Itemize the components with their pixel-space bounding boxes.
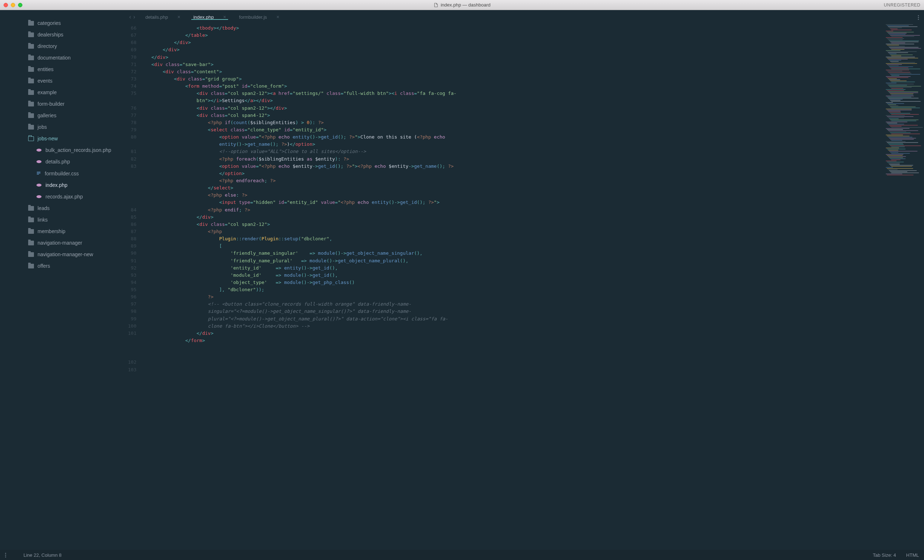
zoom-window-button[interactable]	[18, 3, 22, 7]
tab-index-php[interactable]: index.php×	[187, 14, 233, 20]
sidebar-item-label: leads	[38, 205, 50, 211]
sidebar-item-jobs-new[interactable]: jobs-new	[0, 133, 123, 144]
close-tab-icon[interactable]: ×	[178, 14, 180, 20]
svg-rect-3	[37, 173, 40, 174]
code-content[interactable]: <tbody></tbody> </table> </div> </div> <…	[140, 24, 924, 550]
sidebar-item-navigation-manager-new[interactable]: navigation-manager-new	[0, 249, 123, 260]
titlebar: index.php — dashboard UNREGISTERED	[0, 0, 924, 10]
sidebar-item-galleries[interactable]: galleries	[0, 110, 123, 121]
unregistered-label: UNREGISTERED	[884, 3, 920, 7]
sidebar-item-label: documentation	[38, 55, 71, 61]
sidebar-item-records-ajax-php[interactable]: records.ajax.php	[0, 191, 123, 202]
sidebar-item-entities[interactable]: entities	[0, 63, 123, 75]
svg-rect-2	[37, 172, 40, 172]
folder-icon	[28, 206, 34, 211]
sidebar[interactable]: categoriesdealershipsdirectorydocumentat…	[0, 10, 123, 550]
file-icon	[434, 3, 438, 7]
sidebar-item-label: navigation-manager-new	[38, 252, 93, 257]
sidebar-item-formbuilder-css[interactable]: formbuilder.css	[0, 168, 123, 179]
line-gutter: 6667686970717273747576777879808182838485…	[123, 24, 140, 550]
sidebar-item-bulk-action-records-json-php[interactable]: bulk_action_records.json.php	[0, 144, 123, 156]
more-menu-icon[interactable]	[918, 15, 919, 21]
status-menu-icon[interactable]	[5, 553, 6, 557]
sidebar-item-details-php[interactable]: details.php	[0, 156, 123, 168]
sidebar-item-categories[interactable]: categories	[0, 17, 123, 29]
close-window-button[interactable]	[4, 3, 8, 7]
sidebar-item-directory[interactable]: directory	[0, 40, 123, 52]
code-area[interactable]: 6667686970717273747576777879808182838485…	[123, 24, 924, 550]
sidebar-item-membership[interactable]: membership	[0, 226, 123, 237]
sidebar-item-label: formbuilder.css	[45, 171, 79, 177]
folder-icon	[28, 33, 34, 37]
sidebar-item-links[interactable]: links	[0, 214, 123, 226]
close-tab-icon[interactable]: ×	[223, 14, 226, 20]
minimize-window-button[interactable]	[11, 3, 15, 7]
php-file-icon	[36, 194, 42, 199]
tab-back-button[interactable]: ‹	[129, 14, 131, 20]
sidebar-item-label: membership	[38, 228, 65, 234]
sidebar-item-form-builder[interactable]: form-builder	[0, 98, 123, 110]
tab-label: formbuilder.js	[239, 15, 267, 20]
folder-icon	[28, 102, 34, 106]
folder-icon	[28, 241, 34, 246]
sidebar-item-label: galleries	[38, 112, 56, 118]
php-file-icon	[36, 182, 42, 188]
tab-forward-button[interactable]: ›	[133, 14, 135, 20]
tab-formbuilder-js[interactable]: formbuilder.js×	[232, 14, 286, 20]
sidebar-item-label: entities	[38, 66, 53, 72]
sidebar-item-navigation-manager[interactable]: navigation-manager	[0, 237, 123, 249]
sidebar-item-label: example	[38, 90, 57, 95]
folder-icon	[28, 90, 34, 95]
sidebar-item-label: categories	[38, 20, 61, 26]
sidebar-item-index-php[interactable]: index.php	[0, 179, 123, 191]
sidebar-item-label: jobs-new	[38, 136, 58, 141]
statusbar: Line 22, Column 8 Tab Size: 4 HTML	[0, 550, 924, 560]
sidebar-item-label: links	[38, 217, 48, 223]
folder-open-icon	[28, 136, 34, 141]
folder-icon	[28, 44, 34, 49]
sidebar-item-example[interactable]: example	[0, 87, 123, 98]
folder-icon	[28, 21, 34, 25]
php-file-icon	[36, 159, 42, 165]
window-title: index.php — dashboard	[434, 2, 490, 7]
editor: ‹ › details.php×index.php×formbuilder.js…	[123, 10, 924, 550]
sidebar-item-label: index.php	[45, 182, 68, 188]
cursor-position[interactable]: Line 22, Column 8	[24, 553, 62, 558]
window-title-text: index.php — dashboard	[441, 2, 490, 7]
sidebar-item-label: directory	[38, 43, 57, 49]
syntax-mode[interactable]: HTML	[906, 553, 919, 558]
folder-icon	[28, 229, 34, 234]
sidebar-item-dealerships[interactable]: dealerships	[0, 29, 123, 40]
sidebar-item-documentation[interactable]: documentation	[0, 52, 123, 63]
close-tab-icon[interactable]: ×	[276, 14, 279, 20]
sidebar-item-label: details.php	[45, 159, 70, 165]
tab-label: details.php	[146, 15, 168, 20]
svg-point-1	[36, 160, 42, 163]
svg-rect-4	[37, 174, 39, 175]
svg-point-5	[36, 184, 42, 187]
sidebar-item-events[interactable]: events	[0, 75, 123, 87]
sidebar-item-label: jobs	[38, 124, 47, 130]
php-file-icon	[36, 147, 42, 153]
sidebar-item-jobs[interactable]: jobs	[0, 121, 123, 133]
folder-icon	[28, 113, 34, 118]
sidebar-item-label: offers	[38, 263, 50, 269]
tab-row: ‹ › details.php×index.php×formbuilder.js…	[123, 10, 924, 24]
sidebar-item-label: records.ajax.php	[45, 194, 83, 199]
sidebar-item-leads[interactable]: leads	[0, 202, 123, 214]
folder-icon	[28, 252, 34, 257]
svg-point-6	[36, 195, 42, 198]
sidebar-item-offers[interactable]: offers	[0, 260, 123, 272]
sidebar-item-label: events	[38, 78, 52, 84]
folder-icon	[28, 79, 34, 83]
tab-details-php[interactable]: details.php×	[139, 14, 187, 20]
folder-icon	[28, 55, 34, 60]
tab-size[interactable]: Tab Size: 4	[873, 553, 896, 558]
svg-point-0	[36, 149, 42, 151]
sidebar-item-label: dealerships	[38, 32, 63, 37]
sidebar-item-label: bulk_action_records.json.php	[45, 147, 111, 153]
traffic-lights	[4, 3, 22, 7]
css-file-icon	[36, 170, 41, 177]
folder-icon	[28, 264, 34, 268]
sidebar-item-label: form-builder	[38, 101, 64, 107]
